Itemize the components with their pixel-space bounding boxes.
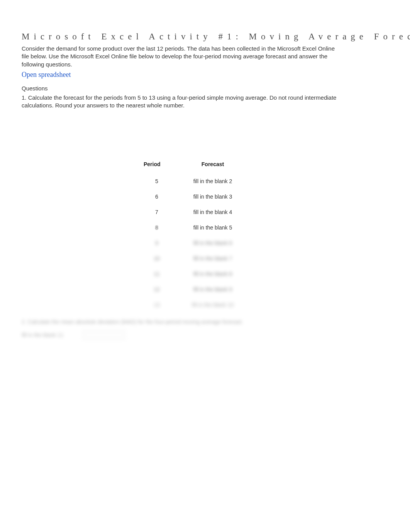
answer-input-blurred[interactable] (83, 330, 125, 340)
open-spreadsheet-link[interactable]: Open spreadsheet (22, 71, 71, 79)
forecast-cell[interactable]: fill in the blank 3 (172, 187, 253, 203)
forecast-cell[interactable]: fill in the blank 10 (172, 296, 253, 311)
table-row: 5 fill in the blank 2 (141, 172, 253, 187)
questions-heading: Questions (22, 85, 388, 92)
period-cell: 7 (141, 203, 172, 218)
forecast-cell[interactable]: fill in the blank 2 (172, 172, 253, 187)
question-1-text: 1. Calculate the forecast for the period… (22, 94, 338, 110)
forecast-cell[interactable]: fill in the blank 8 (172, 265, 253, 280)
forecast-cell[interactable]: fill in the blank 4 (172, 203, 253, 218)
table-row: 6 fill in the blank 3 (141, 187, 253, 203)
period-cell: 6 (141, 187, 172, 203)
period-cell: 13 (141, 296, 172, 311)
forecast-cell[interactable]: fill in the blank 7 (172, 249, 253, 265)
forecast-cell[interactable]: fill in the blank 5 (172, 218, 253, 234)
forecast-table-wrap: Period Forecast 5 fill in the blank 2 6 … (141, 160, 253, 311)
period-cell: 8 (141, 218, 172, 234)
forecast-table-body: 5 fill in the blank 2 6 fill in the blan… (141, 172, 253, 311)
period-cell: 10 (141, 249, 172, 265)
period-cell: 11 (141, 265, 172, 280)
forecast-cell[interactable]: fill in the blank 6 (172, 234, 253, 249)
table-row: 12 fill in the blank 9 (141, 280, 253, 296)
period-cell: 12 (141, 280, 172, 296)
table-row: 13 fill in the blank 10 (141, 296, 253, 311)
intro-text: Consider the demand for some product ove… (22, 45, 338, 68)
question-2-answer-row: fill in the blank 11 (22, 330, 388, 340)
column-header-forecast: Forecast (172, 160, 253, 172)
question-2-answer-label: fill in the blank 11 (22, 332, 63, 338)
table-row: 7 fill in the blank 4 (141, 203, 253, 218)
question-2-wrap: 2. Calculate the mean absolute deviation… (22, 319, 388, 340)
table-row: 9 fill in the blank 6 (141, 234, 253, 249)
forecast-table: Period Forecast 5 fill in the blank 2 6 … (141, 160, 253, 311)
table-row: 10 fill in the blank 7 (141, 249, 253, 265)
table-row: 11 fill in the blank 8 (141, 265, 253, 280)
forecast-cell[interactable]: fill in the blank 9 (172, 280, 253, 296)
period-cell: 5 (141, 172, 172, 187)
period-cell: 9 (141, 234, 172, 249)
page-title: Microsoft Excel Activity #1: Moving Aver… (22, 32, 388, 42)
question-2-text: 2. Calculate the mean absolute deviation… (22, 319, 388, 325)
column-header-period: Period (141, 160, 172, 172)
table-row: 8 fill in the blank 5 (141, 218, 253, 234)
